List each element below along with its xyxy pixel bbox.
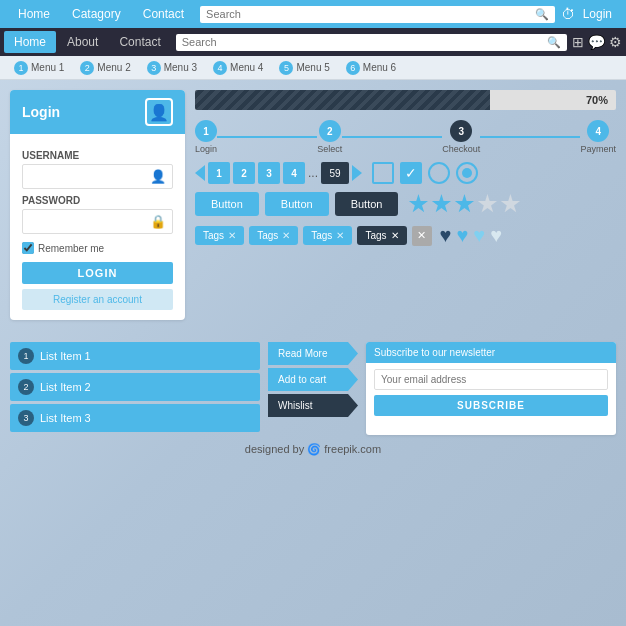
page-dots: ... [308, 166, 318, 180]
user-icon: 👤 [145, 98, 173, 126]
star-1[interactable] [408, 194, 428, 214]
list-item-1[interactable]: 1 List Item 1 [10, 342, 260, 370]
tag-4-label: Tags [365, 230, 386, 241]
step-3[interactable]: 3 Checkout [442, 120, 480, 154]
checkbox-checked[interactable]: ✓ [400, 162, 422, 184]
tag-1[interactable]: Tags ✕ [195, 226, 244, 245]
password-input-display[interactable]: 🔒 [22, 209, 173, 234]
nav1-search-icon: 🔍 [535, 8, 549, 21]
star-3[interactable] [454, 194, 474, 214]
heart-1[interactable]: ♥ [440, 224, 452, 247]
user-field-icon: 👤 [150, 169, 166, 184]
form-controls: ✓ [372, 162, 478, 184]
newsletter: Subscribe to our newsletter SUBSCRIBE [366, 342, 616, 435]
login-link[interactable]: Login [577, 5, 618, 23]
subnav: 1 Menu 1 2 Menu 2 3 Menu 3 4 Menu 4 5 Me… [0, 56, 626, 80]
heart-3[interactable]: ♥ [473, 224, 485, 247]
subscribe-button[interactable]: SUBSCRIBE [374, 395, 608, 416]
nav2-about[interactable]: About [57, 31, 108, 53]
username-label: USERNAME [22, 150, 173, 161]
nav1-search-box[interactable]: 🔍 [200, 6, 555, 23]
login-button[interactable]: LOGIN [22, 262, 173, 284]
star-4[interactable] [477, 194, 497, 214]
tag-3-label: Tags [311, 230, 332, 241]
subnav-item-1[interactable]: 1 Menu 1 [8, 61, 70, 75]
page-next[interactable] [352, 165, 362, 181]
radio-checked[interactable] [456, 162, 478, 184]
subnav-item-3[interactable]: 3 Menu 3 [141, 61, 203, 75]
nav1-contact[interactable]: Contact [133, 3, 194, 25]
newsletter-email-input[interactable] [374, 369, 608, 390]
nav1-icons: ⏱ [561, 6, 575, 22]
tag-3-close[interactable]: ✕ [336, 230, 344, 241]
password-input[interactable] [29, 216, 150, 228]
nav2-search-input[interactable] [182, 36, 547, 48]
page-2[interactable]: 2 [233, 162, 255, 184]
subnav-item-5[interactable]: 5 Menu 5 [273, 61, 335, 75]
button-1[interactable]: Button [195, 192, 259, 216]
subnav-label-3: Menu 3 [164, 62, 197, 73]
right-column: 70% 1 Login 2 Select 3 Checkout 4 Paymen… [195, 90, 616, 330]
nav1-category[interactable]: Catagory [62, 3, 131, 25]
tag-2-label: Tags [257, 230, 278, 241]
heart-4[interactable]: ♥ [490, 224, 502, 247]
nav2-home[interactable]: Home [4, 31, 56, 53]
arrow-btn-1[interactable]: Read More [268, 342, 358, 365]
subnav-label-4: Menu 4 [230, 62, 263, 73]
subnav-num-2: 2 [80, 61, 94, 75]
button-3[interactable]: Button [335, 192, 399, 216]
bottom-section: 1 List Item 1 2 List Item 2 3 List Item … [0, 342, 626, 435]
subnav-item-4[interactable]: 4 Menu 4 [207, 61, 269, 75]
tag-1-close[interactable]: ✕ [228, 230, 236, 241]
pagination: 1 2 3 4 ... 59 [195, 162, 362, 184]
arrow-btn-3[interactable]: Whislist [268, 394, 358, 417]
checkbox-empty[interactable] [372, 162, 394, 184]
nav2-contact[interactable]: Contact [109, 31, 170, 53]
login-title: Login [22, 104, 60, 120]
step-1[interactable]: 1 Login [195, 120, 217, 154]
step-progress: 1 Login 2 Select 3 Checkout 4 Payment [195, 120, 616, 154]
tag-x-standalone[interactable]: ✕ [412, 226, 432, 246]
gear-icon: ⚙ [609, 34, 622, 50]
password-label: PASSWORD [22, 195, 173, 206]
step-line-2 [342, 136, 442, 138]
step-2[interactable]: 2 Select [317, 120, 342, 154]
nav1-home[interactable]: Home [8, 3, 60, 25]
arrow-btn-2[interactable]: Add to cart [268, 368, 358, 391]
tag-2-close[interactable]: ✕ [282, 230, 290, 241]
list-item-2[interactable]: 2 List Item 2 [10, 373, 260, 401]
radio-empty[interactable] [428, 162, 450, 184]
nav2-icons: ⊞ 💬 ⚙ [572, 34, 622, 50]
username-input[interactable] [29, 171, 150, 183]
star-5[interactable] [500, 194, 520, 214]
footer-brand[interactable]: freepik.com [324, 443, 381, 455]
subnav-item-6[interactable]: 6 Menu 6 [340, 61, 402, 75]
tag-4[interactable]: Tags ✕ [357, 226, 406, 245]
step-4[interactable]: 4 Payment [580, 120, 616, 154]
button-2[interactable]: Button [265, 192, 329, 216]
tag-3[interactable]: Tags ✕ [303, 226, 352, 245]
star-2[interactable] [431, 194, 451, 214]
remember-checkbox[interactable] [22, 242, 34, 254]
tag-2[interactable]: Tags ✕ [249, 226, 298, 245]
arrow-buttons: Read More Add to cart Whislist [268, 342, 358, 435]
register-button[interactable]: Register an account [22, 289, 173, 310]
nav1-search-input[interactable] [206, 8, 535, 20]
list-item-3[interactable]: 3 List Item 3 [10, 404, 260, 432]
login-body: USERNAME 👤 PASSWORD 🔒 Remember me LOGIN … [10, 134, 185, 320]
heart-2[interactable]: ♥ [456, 224, 468, 247]
page-4[interactable]: 4 [283, 162, 305, 184]
page-last[interactable]: 59 [321, 162, 349, 184]
subnav-item-2[interactable]: 2 Menu 2 [74, 61, 136, 75]
page-prev[interactable] [195, 165, 205, 181]
comment-icon: 💬 [588, 34, 605, 50]
tag-4-close[interactable]: ✕ [391, 230, 399, 241]
username-input-display[interactable]: 👤 [22, 164, 173, 189]
page-1[interactable]: 1 [208, 162, 230, 184]
page-3[interactable]: 3 [258, 162, 280, 184]
subnav-label-1: Menu 1 [31, 62, 64, 73]
nav2-search-box[interactable]: 🔍 [176, 34, 567, 51]
buttons-stars-row: Button Button Button [195, 192, 616, 216]
subnav-num-4: 4 [213, 61, 227, 75]
list-num-2: 2 [18, 379, 34, 395]
